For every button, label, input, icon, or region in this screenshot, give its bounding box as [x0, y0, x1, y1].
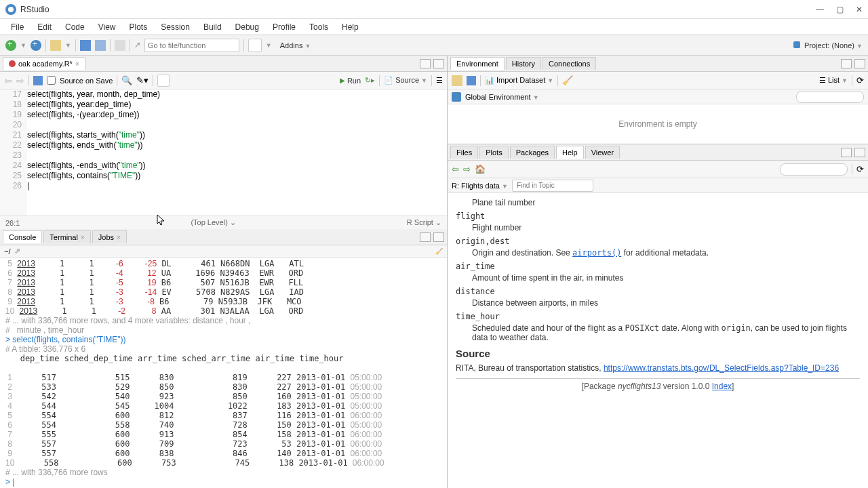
menu-plots[interactable]: Plots [124, 21, 153, 33]
save-ws-icon[interactable] [467, 76, 476, 85]
forward-icon[interactable]: ⇨ [463, 164, 471, 174]
back-icon[interactable]: ⇦ [4, 75, 12, 86]
find-in-topic-input[interactable] [512, 180, 593, 192]
working-dir: ~/ [4, 247, 10, 256]
home-icon[interactable]: 🏠 [475, 164, 486, 174]
help-tabrow: Files Plots Packages Help Viewer [448, 144, 868, 161]
grid-icon[interactable] [248, 39, 262, 52]
app-title: RStudio [20, 5, 50, 14]
help-topic-selector[interactable]: R: Flights data ▼ [452, 182, 508, 190]
menu-debug[interactable]: Debug [230, 21, 264, 33]
run-button[interactable]: Run [340, 77, 361, 85]
menu-profile[interactable]: Profile [267, 21, 301, 33]
project-selector[interactable]: Project: (None) ▼ [793, 41, 863, 49]
history-tab[interactable]: History [506, 57, 541, 70]
viewer-tab[interactable]: Viewer [585, 146, 620, 159]
env-search-input[interactable] [796, 91, 864, 103]
source-button[interactable]: 📄 Source ▼ [384, 76, 427, 85]
maximize-pane-icon[interactable] [433, 59, 444, 68]
console-tab[interactable]: Console [3, 230, 42, 243]
console-toolbar: ~/ ⇗ 🧹 [0, 245, 447, 258]
save-icon[interactable] [80, 40, 91, 51]
minimize-pane-icon[interactable] [841, 148, 852, 157]
packages-tab[interactable]: Packages [510, 146, 555, 159]
clear-env-icon[interactable]: 🧹 [562, 75, 573, 85]
browse-dir-icon[interactable]: ⇗ [14, 247, 20, 256]
console-output[interactable]: 5 2013 1 1 -6 -25 DL 461 N668DN LGA ATL … [0, 258, 447, 488]
minimize-pane-icon[interactable] [420, 59, 431, 68]
menu-tools[interactable]: Tools [304, 21, 334, 33]
menu-session[interactable]: Session [155, 21, 195, 33]
file-type-selector[interactable]: R Script ⌄ [407, 218, 441, 227]
env-empty-message: Environment is empty [448, 104, 868, 144]
cursor-position: 26:1 [5, 219, 20, 227]
clear-console-icon[interactable]: 🧹 [435, 248, 443, 255]
view-mode-selector[interactable]: ☰ List ▼ [819, 76, 848, 85]
forward-icon[interactable]: ⇨ [16, 75, 24, 86]
minimize-button[interactable]: — [816, 5, 824, 14]
source-statusbar: 26:1 (Top Level) ⌄ R Script ⌄ [0, 216, 447, 229]
refresh-icon[interactable]: ⟳ [856, 164, 864, 174]
menubar: FileEditCodeViewPlotsSessionBuildDebugPr… [0, 19, 868, 35]
help-search-input[interactable] [780, 163, 848, 176]
maximize-pane-icon[interactable] [433, 232, 444, 242]
environment-tab[interactable]: Environment [450, 57, 505, 70]
help-toolbar: ⇦ ⇨ 🏠 ⟳ [448, 161, 868, 178]
titlebar: RStudio — ▢ ✕ [0, 0, 868, 19]
dropdown-icon[interactable]: ▼ [65, 42, 71, 49]
maximize-button[interactable]: ▢ [836, 5, 844, 14]
maximize-pane-icon[interactable] [854, 59, 865, 68]
rstudio-logo-icon [5, 4, 16, 15]
source-on-save-label: Source on Save [60, 77, 113, 85]
help-topic-bar: R: Flights data ▼ [448, 178, 868, 193]
close-button[interactable]: ✕ [856, 5, 863, 14]
close-tab-icon[interactable]: × [75, 60, 79, 68]
env-scope-selector[interactable]: Global Environment ▼ [465, 93, 539, 101]
terminal-tab[interactable]: Terminal × [43, 230, 90, 243]
open-file-icon[interactable] [50, 40, 61, 51]
save-all-icon[interactable] [95, 40, 106, 51]
import-dataset-button[interactable]: 📊 Import Dataset ▼ [485, 76, 553, 85]
minimize-pane-icon[interactable] [841, 59, 852, 68]
wand-icon[interactable]: ✎▾ [136, 75, 149, 85]
dropdown-icon[interactable]: ▼ [266, 42, 272, 49]
menu-edit[interactable]: Edit [32, 21, 57, 33]
goto-arrow-icon: ↗ [134, 41, 140, 49]
menu-view[interactable]: View [93, 21, 121, 33]
help-content[interactable]: Plane tail numberflightFlight numberorig… [448, 193, 868, 488]
menu-file[interactable]: File [5, 21, 29, 33]
console-tabrow: Console Terminal × Jobs × [0, 229, 447, 245]
files-tab[interactable]: Files [450, 146, 478, 159]
print-icon[interactable] [115, 40, 125, 51]
back-icon[interactable]: ⇦ [452, 164, 459, 174]
goto-file-input[interactable] [144, 39, 239, 52]
refresh-icon[interactable]: ⟳ [856, 75, 864, 85]
r-file-icon [9, 60, 16, 67]
main-toolbar: ▼ ▼ ↗ ▼ Addins ▼ Project: (None) ▼ [0, 35, 868, 56]
connections-tab[interactable]: Connections [542, 57, 596, 70]
outline-icon[interactable]: ☰ [436, 76, 443, 85]
load-ws-icon[interactable] [452, 75, 462, 86]
maximize-pane-icon[interactable] [854, 148, 865, 157]
rerun-icon[interactable]: ↻▸ [365, 76, 375, 85]
r-icon [452, 92, 461, 102]
menu-help[interactable]: Help [336, 21, 364, 33]
scope-selector[interactable]: (Top Level) ⌄ [191, 218, 235, 227]
menu-build[interactable]: Build [198, 21, 227, 33]
jobs-tab[interactable]: Jobs × [92, 230, 127, 243]
new-project-icon[interactable] [31, 40, 41, 51]
source-tab[interactable]: oak academy.R* × [3, 57, 85, 70]
find-icon[interactable]: 🔍 [121, 75, 132, 85]
new-file-icon[interactable] [5, 40, 16, 51]
report-icon[interactable] [157, 75, 170, 87]
source-on-save-checkbox[interactable] [47, 76, 56, 85]
env-toolbar: 📊 Import Dataset ▼ 🧹 ☰ List ▼ ⟳ [448, 72, 868, 89]
plots-tab[interactable]: Plots [479, 146, 508, 159]
minimize-pane-icon[interactable] [420, 232, 431, 242]
code-editor[interactable]: 17181920212223242526 select(flights, yea… [0, 89, 447, 216]
dropdown-icon[interactable]: ▼ [20, 42, 26, 49]
help-tab[interactable]: Help [556, 146, 584, 159]
addins-menu[interactable]: Addins ▼ [276, 40, 315, 51]
menu-code[interactable]: Code [60, 21, 90, 33]
save-icon[interactable] [33, 76, 43, 85]
